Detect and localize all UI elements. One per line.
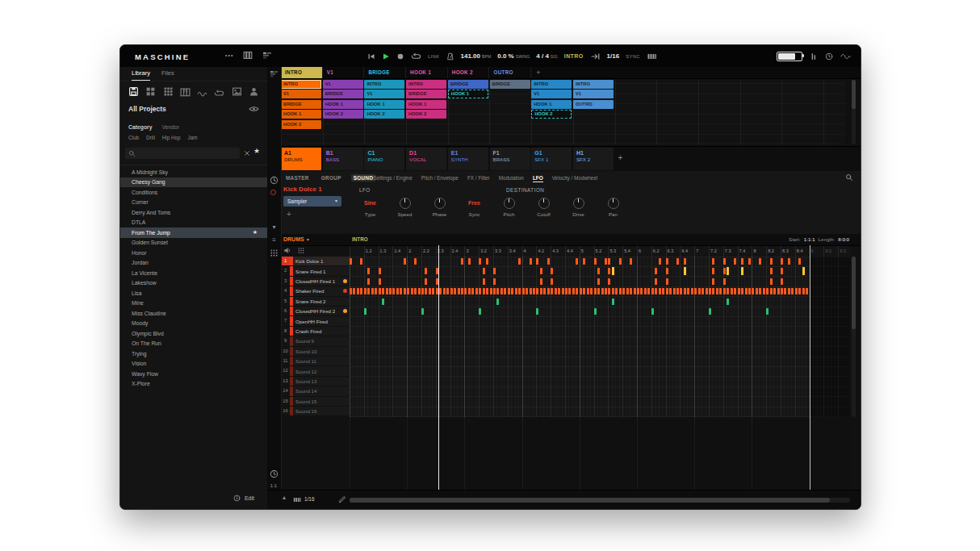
projects-icon[interactable] [128,86,139,96]
note[interactable] [429,288,431,294]
note[interactable] [504,288,506,294]
draw-mode-icon[interactable] [338,495,346,503]
note[interactable] [425,288,427,294]
project-row-miss-claudine[interactable]: Miss Claudine [120,308,267,319]
note[interactable] [583,288,585,294]
note[interactable] [425,268,427,274]
note[interactable] [630,258,632,265]
note[interactable] [486,288,488,294]
pattern-cell-b1-hook-1[interactable]: HOOK 1 [323,100,363,109]
project-row-wavy-flow[interactable]: Wavy Flow [120,369,267,379]
level-tab-group[interactable]: GROUP [319,174,344,182]
note[interactable] [375,288,377,294]
note[interactable] [421,288,424,294]
note[interactable] [400,288,402,294]
note[interactable] [608,268,610,274]
note[interactable] [350,288,352,294]
page-tab-lfo[interactable]: LFO [533,175,543,182]
note[interactable] [530,288,532,294]
note[interactable] [630,288,632,294]
note[interactable] [439,288,442,294]
note[interactable] [795,288,798,294]
note[interactable] [770,268,773,274]
note[interactable] [605,258,607,265]
note[interactable] [367,278,370,285]
note[interactable] [518,258,521,265]
knob[interactable] [504,198,515,209]
note[interactable] [619,288,622,294]
pad-grid-icon[interactable] [297,247,305,254]
sound-row-15[interactable]: 15Sound 15 [281,397,350,407]
note[interactable] [741,288,743,294]
note[interactable] [647,288,650,294]
note[interactable] [634,288,636,294]
note[interactable] [802,267,805,275]
note[interactable] [709,288,711,294]
tag-hip-hop[interactable]: Hip Hop [162,135,181,140]
note[interactable] [798,288,801,294]
note[interactable] [357,288,359,294]
sound-row-7[interactable]: 7OpenHH Fired [281,316,350,326]
note[interactable] [669,288,672,294]
note[interactable] [770,288,773,294]
editor-list-icon[interactable]: ≡ [270,236,279,244]
note[interactable] [475,288,478,294]
sound-row-14[interactable]: 14Sound 14 [281,386,350,396]
project-row-derry-and-toms[interactable]: Derry And Toms [120,207,267,218]
editor-scrollbar[interactable] [852,257,856,417]
project-row-a-midnight-sky[interactable]: A Midnight Sky [120,167,267,177]
record-state-icon[interactable] [270,190,276,195]
info-icon[interactable] [233,495,241,502]
note[interactable] [727,267,729,275]
knob[interactable] [400,198,411,209]
note[interactable] [508,288,510,294]
knob[interactable] [538,198,550,209]
note[interactable] [551,288,553,294]
group-slot-e1[interactable]: E1SYNTH [448,148,488,170]
note[interactable] [479,258,481,265]
note[interactable] [666,268,668,274]
pattern-end-marker[interactable] [810,245,810,490]
bpm-value[interactable]: 141.00 [461,52,480,60]
section-tab-intro[interactable]: INTRO [281,67,323,78]
sync-toggle[interactable]: SYNC [626,54,640,59]
menu-dots-icon[interactable]: ••• [225,52,233,58]
note[interactable] [651,288,654,294]
note[interactable] [364,308,366,315]
note[interactable] [626,288,629,294]
record-icon[interactable] [396,52,404,61]
note[interactable] [461,288,463,294]
start-value[interactable]: 1:1:1 [804,234,815,245]
sound-row-6[interactable]: 6ClosedHH Fired 2 [281,307,350,316]
note[interactable] [781,278,783,285]
note[interactable] [367,268,370,274]
note[interactable] [597,288,600,294]
project-row-mine[interactable]: Mine [120,298,267,309]
note[interactable] [716,288,718,294]
note[interactable] [379,278,381,285]
grid-setting-icon[interactable] [293,496,301,503]
knob[interactable] [434,198,446,209]
grid-readout[interactable]: 1/16 [607,52,620,60]
tab-library[interactable]: Library [132,67,150,81]
note[interactable] [712,278,714,285]
scroll-thumb[interactable] [852,80,856,109]
add-section-button[interactable]: + [534,67,546,78]
note[interactable] [411,288,413,294]
note[interactable] [712,288,714,294]
sound-row-4[interactable]: 4Shaker Fired [281,286,350,296]
note[interactable] [483,278,485,285]
note[interactable] [802,288,805,294]
groups-icon[interactable] [145,86,156,96]
note[interactable] [576,258,578,265]
ideas-view-icon[interactable] [243,51,253,60]
note[interactable] [759,288,761,294]
note[interactable] [540,288,542,294]
note[interactable] [468,288,471,294]
note[interactable] [734,258,736,265]
note[interactable] [551,278,553,285]
note[interactable] [536,308,538,315]
project-row-vision[interactable]: Vision [120,359,267,369]
note[interactable] [694,288,697,294]
note[interactable] [684,288,686,294]
